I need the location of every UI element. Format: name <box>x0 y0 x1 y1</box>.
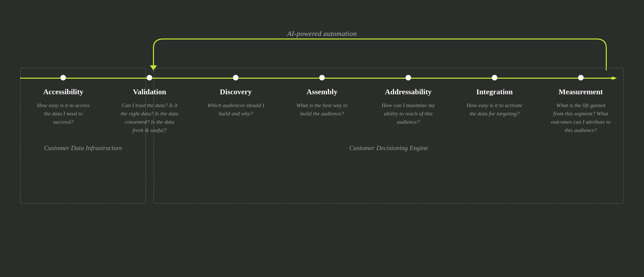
node-measurement: Measurement What is the lift gained from… <box>538 68 624 134</box>
dot-addressability <box>406 75 411 80</box>
cde-label: Customer Decisioning Engine <box>153 144 624 152</box>
desc-discovery: Which audiences should I build and why? <box>206 101 266 118</box>
dot-measurement <box>578 75 584 80</box>
dot-assembly <box>319 75 325 80</box>
title-discovery: Discovery <box>220 87 252 96</box>
desc-assembly: What is the best way to build the audien… <box>292 101 352 118</box>
dot-discovery <box>233 75 238 80</box>
title-measurement: Measurement <box>559 87 603 96</box>
title-integration: Integration <box>476 87 513 96</box>
node-validation: Validation Can I trust the data? Is it t… <box>106 68 193 134</box>
node-addressability: Addressability How can I maximize my abi… <box>365 68 451 126</box>
node-accessibility: Accessibility How easy is it to access t… <box>20 68 106 126</box>
dot-validation <box>147 75 152 80</box>
timeline-wrapper: Customer Data Infrastructure Customer De… <box>20 68 624 134</box>
node-integration: Integration How easy is it to activate t… <box>451 68 538 118</box>
cdi-label: Customer Data Infrastructure <box>20 144 146 152</box>
nodes-container: Accessibility How easy is it to access t… <box>20 68 624 134</box>
desc-validation: Can I trust the data? Is it the right da… <box>119 101 180 134</box>
feedback-arc <box>138 36 621 73</box>
desc-accessibility: How easy is it to access the data I need… <box>33 101 93 126</box>
main-container: AI-powered automation Customer Data Infr… <box>0 0 644 277</box>
desc-addressability: How can I maximize my ability to reach o… <box>378 101 438 126</box>
title-validation: Validation <box>133 87 166 96</box>
dot-accessibility <box>60 75 66 80</box>
title-accessibility: Accessibility <box>43 87 83 96</box>
node-discovery: Discovery Which audiences should I build… <box>193 68 279 118</box>
node-assembly: Assembly What is the best way to build t… <box>279 68 365 118</box>
title-assembly: Assembly <box>306 87 337 96</box>
desc-integration: How easy is it to activate the data for … <box>464 101 525 118</box>
dot-integration <box>492 75 497 80</box>
desc-measurement: What is the lift gained from this segmen… <box>551 101 611 134</box>
title-addressability: Addressability <box>385 87 432 96</box>
